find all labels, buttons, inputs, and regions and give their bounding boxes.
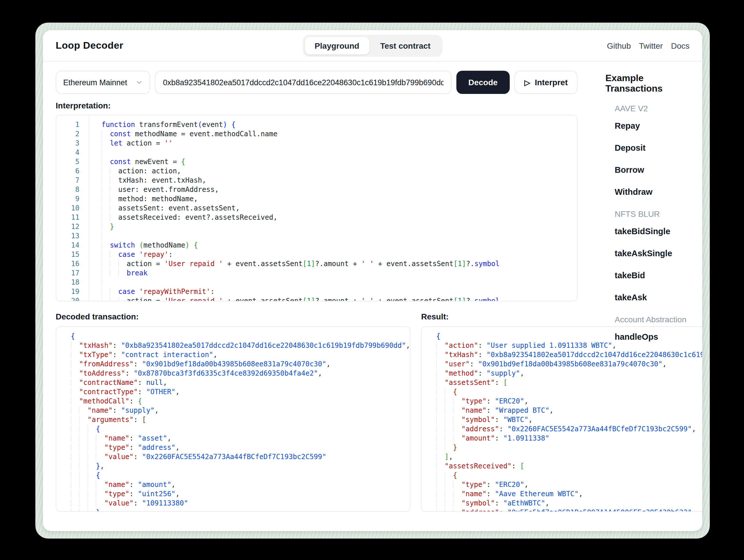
- line-number: 10: [56, 203, 89, 213]
- line-number: 6: [56, 166, 89, 176]
- code-line: "value": "0x2260FAC5E5542a773Aa44fBCfeDf…: [71, 452, 410, 461]
- code-editor[interactable]: 1234567891011121314151617181920 function…: [56, 115, 578, 301]
- code-line: "methodCall": {: [71, 397, 410, 406]
- examples-list: AAVE V2RepayDepositBorrowWithdrawNFTS BL…: [605, 104, 690, 341]
- code-line: "arguments": [: [71, 415, 410, 424]
- line-number: 5: [56, 157, 89, 166]
- link-docs[interactable]: Docs: [671, 41, 690, 50]
- code-line: action = 'User repaid ' + event.assetsSe…: [102, 296, 577, 301]
- example-item-takeask[interactable]: takeAsk: [605, 293, 690, 302]
- line-number: 16: [56, 259, 89, 268]
- link-twitter[interactable]: Twitter: [639, 41, 663, 50]
- interpret-button[interactable]: ▷ Interpret: [514, 71, 578, 94]
- example-item-takebidsingle[interactable]: takeBidSingle: [605, 227, 690, 236]
- code-line: "toAddress": "0x87870bca3f3fd6335c3f4ce8…: [71, 369, 410, 378]
- interpretation-label: Interpretation:: [56, 101, 578, 110]
- toolbar: Ethereum Mainnet Decode ▷ Interpret: [56, 71, 578, 94]
- line-number: 12: [56, 222, 89, 231]
- code-line: assetsSent: event.assetsSent,: [102, 203, 577, 213]
- network-select-value: Ethereum Mainnet: [63, 78, 127, 87]
- code-line: "value": "109113380": [71, 498, 410, 508]
- editor-gutter: 1234567891011121314151617181920: [56, 115, 89, 301]
- code-line: function transformEvent(event) {: [102, 120, 577, 129]
- line-number: 14: [56, 240, 89, 250]
- example-item-deposit[interactable]: Deposit: [605, 143, 690, 152]
- code-line: txHash: event.txHash,: [102, 176, 577, 185]
- tab-test-contract[interactable]: Test contract: [370, 37, 440, 54]
- code-line: case 'repayWithPermit':: [102, 287, 577, 296]
- code-line: }: [102, 222, 577, 231]
- line-number: 9: [56, 194, 89, 203]
- line-number: 17: [56, 268, 89, 278]
- editor-code: function transformEvent(event) { const m…: [89, 115, 577, 301]
- code-line: action = 'User repaid ' + event.assetsSe…: [102, 259, 577, 268]
- code-line: "type": "uint256",: [71, 489, 410, 498]
- code-line: "txHash": "0xb8a923541802ea5017ddccd2c10…: [71, 341, 410, 350]
- app-panel: Loop Decoder PlaygroundTest contract Git…: [43, 30, 702, 531]
- line-number: 2: [56, 129, 89, 139]
- decoded-column: Decoded transaction: { "txHash": "0xb8a9…: [56, 312, 411, 512]
- line-number: 3: [56, 139, 89, 148]
- code-line: break: [102, 268, 577, 278]
- code-line: {: [71, 471, 410, 480]
- page-title: Loop Decoder: [56, 40, 123, 51]
- header-links: GithubTwitterDocs: [607, 41, 690, 50]
- example-item-borrow[interactable]: Borrow: [605, 165, 690, 175]
- app-card: Loop Decoder PlaygroundTest contract Git…: [35, 23, 710, 538]
- examples-title: Example Transactions: [605, 73, 690, 94]
- code-line: "contractName": null,: [71, 378, 410, 387]
- example-item-withdraw[interactable]: Withdraw: [605, 187, 690, 196]
- tx-hash-input[interactable]: [155, 71, 451, 94]
- code-line: }: [71, 508, 410, 512]
- code-line: [102, 231, 577, 240]
- code-line: [102, 278, 577, 287]
- code-line: switch (methodName) {: [102, 240, 577, 250]
- code-line: "fromAddress": "0x901bd9ef18da00b43985b6…: [71, 360, 410, 369]
- examples-sidebar: Example Transactions AAVE V2RepayDeposit…: [590, 62, 702, 531]
- app-header: Loop Decoder PlaygroundTest contract Git…: [43, 30, 702, 62]
- code-line: "txType": "contract interaction",: [71, 350, 410, 360]
- decoded-panel[interactable]: { "txHash": "0xb8a923541802ea5017ddccd2c…: [56, 326, 411, 512]
- play-icon: ▷: [524, 79, 530, 86]
- code-line: user: event.fromAddress,: [102, 185, 577, 194]
- example-item-takeasksingle[interactable]: takeAskSingle: [605, 249, 690, 258]
- code-line: const methodName = event.methodCall.name: [102, 129, 577, 139]
- network-select[interactable]: Ethereum Mainnet: [56, 71, 150, 94]
- line-number: 15: [56, 250, 89, 259]
- decoded-label: Decoded transaction:: [56, 312, 411, 321]
- code-line: "name": "asset",: [71, 434, 410, 443]
- line-number: 13: [56, 231, 89, 240]
- line-number: 1: [56, 120, 89, 129]
- link-github[interactable]: Github: [607, 41, 631, 50]
- code-line: let action = '': [102, 139, 577, 148]
- code-line: {: [71, 424, 410, 434]
- line-number: 11: [56, 213, 89, 222]
- interpret-button-label: Interpret: [535, 78, 568, 87]
- code-line: action: action,: [102, 166, 577, 176]
- example-section-account-abstraction: Account Abstraction: [605, 315, 690, 324]
- code-line: case 'repay':: [102, 250, 577, 259]
- code-line: "name": "supply",: [71, 406, 410, 415]
- page-background: Loop Decoder PlaygroundTest contract Git…: [0, 0, 744, 560]
- example-item-repay[interactable]: Repay: [605, 121, 690, 130]
- line-number: 7: [56, 176, 89, 185]
- playground-main: Ethereum Mainnet Decode ▷ Interpret Int: [43, 62, 590, 531]
- line-number: 8: [56, 185, 89, 194]
- chevron-down-icon: [136, 79, 143, 86]
- example-item-takebid[interactable]: takeBid: [605, 271, 690, 280]
- line-number: 4: [56, 148, 89, 157]
- decode-button[interactable]: Decode: [456, 71, 510, 94]
- example-item-handleops[interactable]: handleOps: [605, 332, 690, 341]
- code-line: assetsReceived: event?.assetsReceived,: [102, 213, 577, 222]
- code-line: "name": "amount",: [71, 480, 410, 489]
- tab-playground[interactable]: Playground: [305, 37, 369, 54]
- line-number: 20: [56, 296, 89, 301]
- code-line: [102, 148, 577, 157]
- line-number: 19: [56, 287, 89, 296]
- line-number: 18: [56, 278, 89, 287]
- main-content: Ethereum Mainnet Decode ▷ Interpret Int: [43, 62, 702, 531]
- code-line: },: [71, 461, 410, 471]
- example-section-aave-v2: AAVE V2: [605, 104, 690, 113]
- code-line: "contractType": "OTHER",: [71, 387, 410, 397]
- code-line: {: [71, 332, 410, 341]
